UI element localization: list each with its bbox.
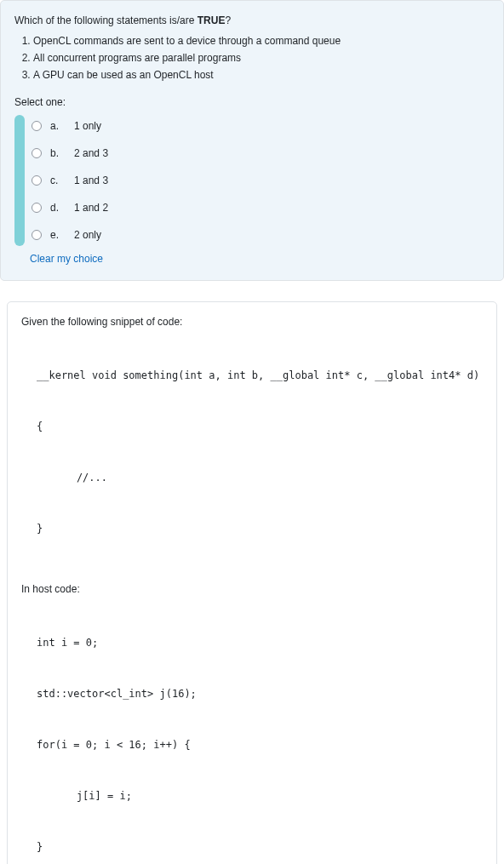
- select-one-label: Select one:: [14, 94, 490, 110]
- code-line: __kernel void something(int a, int b, __…: [21, 365, 483, 386]
- code-line: for(i = 0; i < 16; i++) {: [21, 735, 483, 755]
- answer-option-c[interactable]: c. 1 and 3: [14, 169, 490, 192]
- clear-my-choice-link[interactable]: Clear my choice: [30, 251, 490, 266]
- code-line: std::vector<cl_int> j(16);: [21, 684, 483, 704]
- prompt-bold: TRUE: [198, 14, 226, 26]
- answers-block: a. 1 only b. 2 and 3 c. 1 and 3 d. 1 and…: [14, 115, 490, 246]
- code-line: int i = 0;: [21, 632, 483, 653]
- answer-option-d[interactable]: d. 1 and 2: [14, 197, 490, 219]
- question-card-1: Which of the following statements is/are…: [0, 0, 504, 281]
- radio-icon[interactable]: [32, 203, 42, 213]
- statement-2: All concurrent programs are parallel pro…: [33, 50, 490, 66]
- statement-1: OpenCL commands are sent to a device thr…: [33, 33, 490, 49]
- question-body: Which of the following statements is/are…: [1, 1, 503, 280]
- answer-label: a. 1 only: [50, 118, 101, 134]
- answer-option-b[interactable]: b. 2 and 3: [14, 142, 490, 164]
- question-intro: Given the following snippet of code:: [21, 314, 483, 329]
- statements-list: OpenCL commands are sent to a device thr…: [14, 33, 490, 83]
- question-prompt: Which of the following statements is/are…: [14, 13, 490, 83]
- radio-icon[interactable]: [32, 148, 42, 158]
- answer-highlight-bar: [14, 115, 25, 246]
- code-line: //...: [21, 467, 483, 488]
- prompt-suffix: ?: [225, 14, 231, 26]
- answer-label: c. 1 and 3: [50, 173, 108, 188]
- host-code-label: In host code:: [21, 581, 483, 597]
- radio-icon[interactable]: [32, 230, 42, 240]
- code-line: {: [21, 416, 483, 437]
- code-line: }: [21, 837, 483, 857]
- answer-label: d. 1 and 2: [50, 200, 108, 215]
- answer-option-e[interactable]: e. 2 only: [14, 224, 490, 246]
- answer-label: e. 2 only: [50, 227, 101, 243]
- kernel-code-block: __kernel void something(int a, int b, __…: [21, 335, 483, 569]
- code-line: j[i] = i;: [21, 786, 483, 806]
- question-body: Given the following snippet of code: __k…: [8, 302, 496, 864]
- statement-3: A GPU can be used as an OpenCL host: [33, 67, 490, 83]
- prompt-prefix: Which of the following statements is/are: [14, 14, 198, 26]
- radio-icon[interactable]: [32, 121, 42, 131]
- question-card-2: Given the following snippet of code: __k…: [7, 301, 497, 864]
- answer-label: b. 2 and 3: [50, 146, 108, 161]
- answer-option-a[interactable]: a. 1 only: [14, 115, 490, 137]
- host-code-block: int i = 0; std::vector<cl_int> j(16); fo…: [21, 602, 483, 864]
- gap: [0, 291, 504, 301]
- radio-icon[interactable]: [32, 175, 42, 186]
- code-line: }: [21, 518, 483, 539]
